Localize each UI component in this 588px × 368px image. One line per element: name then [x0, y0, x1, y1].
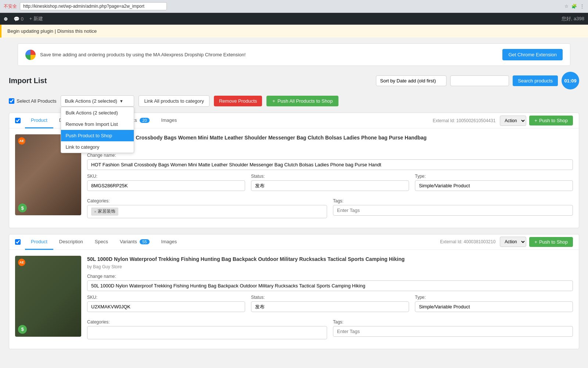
product-2-tabs-row: Product Description Specs Variants 55 Im… — [9, 234, 579, 250]
product-1-categories-box: × 家居装饰 — [87, 205, 327, 218]
product-1-store: by Trendbag Store — [87, 143, 573, 148]
wp-admin-bar: ⊕ 💬 0 + 新建 您好, a398 — [0, 13, 588, 25]
product-2-tab-images[interactable]: Images — [155, 234, 183, 250]
product-2-tags-input[interactable] — [333, 326, 573, 337]
product-1-sku-col: SKU: — [87, 174, 245, 195]
product-1-categories-label: Categories: — [87, 198, 327, 204]
product-1-push-to-shop-button[interactable]: + Push to Shop — [529, 116, 573, 125]
product-2-aliexpress-badge: AE — [18, 259, 25, 266]
product-2-image-bg — [15, 256, 81, 337]
main-content: Save time adding and ordering products b… — [0, 43, 588, 364]
product-1-type-col: Type: Simple/Variable Product — [415, 174, 573, 195]
product-1-sku-input[interactable] — [87, 180, 245, 191]
product-1-tab-images[interactable]: Images — [155, 113, 183, 128]
timer-badge: 01:09 — [562, 72, 579, 89]
chrome-extension-banner: Save time adding and ordering products b… — [18, 43, 570, 66]
notice-bar: Begin updating plugin | Dismiss this not… — [0, 25, 588, 38]
select-all-checkbox[interactable] — [9, 98, 14, 104]
bookmark-icon[interactable]: ☆ — [564, 4, 569, 9]
notice-text: Begin updating plugin | Dismiss this not… — [7, 28, 97, 34]
browser-url[interactable]: http://kineskishop.net/wp-admin/admin.ph… — [20, 2, 167, 10]
product-2-categories-box — [87, 326, 327, 339]
select-all-label[interactable]: Select All Products — [9, 98, 56, 104]
product-1-name-input[interactable] — [87, 159, 573, 170]
product-1-change-name-label: Change name: — [87, 153, 573, 158]
remove-products-button[interactable]: Remove Products — [214, 96, 262, 106]
product-1-details: HOT Fashion Small Crossbody Bags Women M… — [87, 134, 573, 222]
plus-icon: + — [272, 98, 275, 104]
link-all-products-category-button[interactable]: Link All products to category — [139, 95, 209, 107]
product-2-tab-specs[interactable]: Specs — [89, 234, 114, 250]
product-2-categories-label: Categories: — [87, 319, 327, 325]
bulk-action-dropdown-menu: Bulk Actions (2 selected) Remove from Im… — [61, 107, 134, 153]
product-card-2: Product Description Specs Variants 55 Im… — [9, 234, 579, 350]
product-2-change-name-label: Change name: — [87, 274, 573, 279]
wp-logo[interactable]: ⊕ — [4, 16, 8, 22]
dropdown-item-link-category[interactable]: Link to category — [61, 141, 134, 153]
product-2-tab-description[interactable]: Description — [53, 234, 89, 250]
search-input[interactable] — [450, 75, 509, 86]
product-2-categories-col: Categories: — [87, 319, 327, 339]
bulk-action-dropdown-wrapper: Bulk Actions (2 selected) ▾ Bulk Actions… — [61, 95, 134, 107]
product-2-tags-label: Tags: — [333, 319, 573, 325]
menu-icon[interactable]: ⋮ — [580, 4, 584, 9]
product-2-sku-status-type-row: SKU: Status: 发布 Type: Simple/Variable Pr… — [87, 295, 573, 316]
product-1-status-select[interactable]: 发布 — [251, 180, 409, 191]
product-2-tab-product[interactable]: Product — [25, 234, 53, 250]
product-1-category-tag: × 家居装饰 — [91, 208, 118, 216]
product-1-categories-tags-row: Categories: × 家居装饰 Tags: — [87, 198, 573, 218]
product-2-type-select[interactable]: Simple/Variable Product — [415, 301, 573, 312]
browser-status: 不安全 — [4, 3, 17, 10]
user-info: 您好, a398 — [562, 15, 584, 22]
comments-icon-count[interactable]: 💬 0 — [14, 16, 24, 22]
product-2-type-col: Type: Simple/Variable Product — [415, 295, 573, 316]
product-2-type-label: Type: — [415, 295, 573, 300]
product-2-status-label: Status: — [251, 295, 409, 300]
product-2-sku-label: SKU: — [87, 295, 245, 300]
search-products-button[interactable]: Search products — [513, 75, 558, 86]
product-1-action-select[interactable]: Action — [500, 116, 526, 126]
dropdown-item-remove-import[interactable]: Remove from Import List — [61, 118, 134, 130]
product-2-title: 50L 1000D Nylon Waterproof Trekking Fish… — [87, 256, 573, 263]
push-all-products-button[interactable]: + Push All Products to Shop — [266, 96, 338, 106]
product-2-status-select[interactable]: 发布 — [251, 301, 409, 312]
product-1-category-tag-cross[interactable]: × — [94, 209, 96, 214]
product-2-name-input[interactable] — [87, 280, 573, 291]
product-1-tags-input[interactable] — [333, 205, 573, 216]
product-1-categories-col: Categories: × 家居装饰 — [87, 198, 327, 218]
product-1-type-label: Type: — [415, 174, 573, 179]
browser-bar: 不安全 http://kineskishop.net/wp-admin/admi… — [0, 0, 588, 13]
chrome-icon — [25, 50, 36, 60]
header-right: Sort by Date add (old first) Search prod… — [376, 72, 579, 89]
product-2-checkbox[interactable] — [15, 239, 21, 245]
product-2-status-col: Status: 发布 — [251, 295, 409, 316]
product-2-action-select[interactable]: Action — [500, 237, 526, 247]
sort-select[interactable]: Sort by Date add (old first) — [376, 75, 447, 86]
bulk-action-select[interactable]: Bulk Actions (2 selected) ▾ — [61, 95, 134, 107]
product-1-sku-label: SKU: — [87, 174, 245, 179]
product-2-body: $ AE 50L 1000D Nylon Waterproof Trekking… — [9, 250, 579, 349]
product-2-push-to-shop-button[interactable]: + Push to Shop — [529, 237, 573, 247]
product-2-dollar-badge: $ — [18, 325, 27, 334]
product-1-checkbox[interactable] — [15, 118, 21, 123]
product-2-sku-input[interactable] — [87, 301, 245, 312]
product-1-title: HOT Fashion Small Crossbody Bags Women M… — [87, 134, 573, 142]
dropdown-item-bulk-actions[interactable]: Bulk Actions (2 selected) — [61, 107, 134, 118]
chrome-banner-text: Save time adding and ordering products b… — [40, 52, 498, 57]
dropdown-item-push-product[interactable]: Push Product to Shop — [61, 130, 134, 141]
product-1-tags-label: Tags: — [333, 198, 573, 204]
product-1-status-col: Status: 发布 — [251, 174, 409, 195]
import-list-header: Import List Sort by Date add (old first)… — [9, 72, 579, 89]
plus-icon-1: + — [534, 118, 537, 123]
new-button[interactable]: + 新建 — [29, 15, 43, 22]
product-2-categories-tags-row: Categories: Tags: — [87, 319, 573, 339]
product-1-type-select[interactable]: Simple/Variable Product — [415, 180, 573, 191]
get-chrome-extension-button[interactable]: Get Chrome Extension — [502, 49, 563, 60]
product-2-variants-badge: 55 — [140, 239, 149, 244]
product-1-aliexpress-badge: AE — [18, 137, 25, 145]
product-2-tab-variants[interactable]: Variants 55 — [114, 234, 155, 250]
product-1-tab-product[interactable]: Product — [25, 113, 53, 128]
product-1-tags-col: Tags: — [333, 198, 573, 218]
product-1-variants-badge: 20 — [140, 118, 149, 123]
extension-icon[interactable]: 🧩 — [571, 4, 577, 9]
